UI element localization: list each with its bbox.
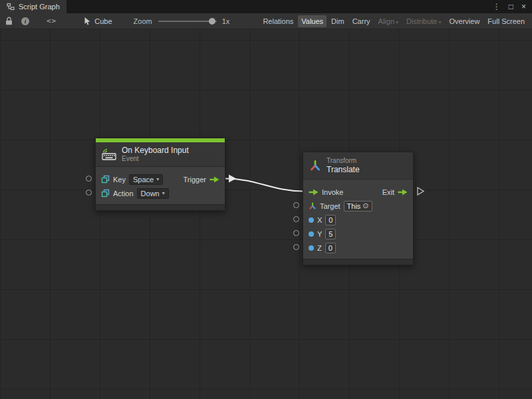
node-header: Transform Translate <box>303 152 413 180</box>
target-label: Target <box>320 202 340 210</box>
exit-unconnected-arrow-icon[interactable] <box>418 188 424 195</box>
lock-icon[interactable] <box>5 17 13 25</box>
zoom-slider-handle[interactable] <box>209 18 215 25</box>
node-header: On Keyboard Input Event <box>96 142 225 167</box>
connection-arrow-icon <box>229 175 236 183</box>
node-titles: Transform Translate <box>327 157 360 174</box>
y-value-field[interactable]: 5 <box>325 229 336 239</box>
graph-tab-icon <box>7 3 15 11</box>
zoom-slider[interactable] <box>158 13 217 29</box>
dim-button[interactable]: Dim <box>328 15 348 27</box>
wires-layer <box>0 29 532 399</box>
node-footer <box>96 204 225 210</box>
menu-icon[interactable]: ⋮ <box>493 3 501 11</box>
target-input-port[interactable] <box>293 202 299 208</box>
x-label: X <box>317 216 322 224</box>
node-footer <box>303 259 413 265</box>
action-label: Action <box>113 190 134 198</box>
caret-down-icon: ▾ <box>162 190 165 196</box>
action-input-port[interactable] <box>86 190 92 196</box>
toolbar: i <> Cube Zoom 1x Relations Values Dim C… <box>0 13 532 29</box>
exit-output-port[interactable] <box>398 189 408 196</box>
info-icon[interactable]: i <box>21 17 29 25</box>
float-port-icon <box>309 231 314 237</box>
keyboard-icon <box>102 148 116 160</box>
invoke-input-port[interactable] <box>309 189 319 196</box>
trigger-label: Trigger <box>184 176 206 184</box>
action-dropdown[interactable]: Down ▾ <box>137 188 169 199</box>
node-title: Translate <box>327 165 360 174</box>
x-row: X 0 <box>303 213 413 227</box>
value-type-icon <box>101 189 110 198</box>
invoke-label: Invoke <box>322 188 343 196</box>
tab-label: Script Graph <box>19 3 60 11</box>
x-value-field[interactable]: 0 <box>325 215 336 225</box>
titlebar: Script Graph ⋮ □ × <box>0 0 532 13</box>
titlebar-controls: ⋮ □ × <box>493 0 532 13</box>
connection-wire[interactable] <box>225 179 303 192</box>
relations-button[interactable]: Relations <box>259 15 297 27</box>
align-button[interactable]: Align▾ <box>375 15 402 27</box>
overview-button[interactable]: Overview <box>446 15 483 27</box>
zoom-label: Zoom <box>134 17 152 25</box>
z-row: Z 0 <box>303 241 413 255</box>
graph-target-button[interactable]: Cube <box>83 17 112 26</box>
node-category: Transform <box>327 157 360 165</box>
zoom-slider-track[interactable] <box>158 21 217 22</box>
z-label: Z <box>317 244 322 252</box>
tab-script-graph[interactable]: Script Graph <box>0 0 66 13</box>
key-label: Key <box>113 176 126 184</box>
exit-label: Exit <box>382 188 394 196</box>
graph-canvas[interactable]: On Keyboard Input Event Key Space ▾ Trig… <box>0 29 532 399</box>
float-port-icon <box>309 245 314 251</box>
target-row: Target This ⊙ <box>303 199 413 213</box>
caret-down-icon: ▾ <box>396 19 398 25</box>
node-body: Key Space ▾ Trigger <box>96 167 225 204</box>
node-subtitle: Event <box>122 155 189 163</box>
maximize-icon[interactable]: □ <box>509 3 513 11</box>
caret-down-icon: ▾ <box>439 19 442 25</box>
self-target-icon: ⊙ <box>362 201 368 210</box>
y-input-port[interactable] <box>293 230 299 236</box>
script-graph-window: Script Graph ⋮ □ × i <> Cube Zoom <box>0 0 532 399</box>
fullscreen-button[interactable]: Full Screen <box>484 15 528 27</box>
code-preview-icon[interactable]: <> <box>47 17 57 25</box>
close-icon[interactable]: × <box>521 3 526 11</box>
zoom-value: 1x <box>222 17 230 25</box>
float-port-icon <box>309 217 314 223</box>
node-titles: On Keyboard Input Event <box>122 146 189 163</box>
translate-gizmo-icon <box>309 160 321 172</box>
key-input-port[interactable] <box>86 176 92 182</box>
node-translate[interactable]: Transform Translate Invoke Exit <box>303 152 414 265</box>
z-input-port[interactable] <box>293 244 299 250</box>
action-row: Action Down ▾ <box>96 186 225 200</box>
transform-mini-icon <box>309 202 317 210</box>
z-value-field[interactable]: 0 <box>325 243 336 253</box>
node-body: Invoke Exit Target <box>303 180 413 259</box>
x-input-port[interactable] <box>293 216 299 222</box>
key-row: Key Space ▾ Trigger <box>96 172 225 186</box>
y-label: Y <box>317 230 322 238</box>
values-button[interactable]: Values <box>298 15 327 27</box>
target-value-field[interactable]: This ⊙ <box>344 201 372 211</box>
node-on-keyboard-input[interactable]: On Keyboard Input Event Key Space ▾ Trig… <box>95 138 225 211</box>
y-row: Y 5 <box>303 227 413 241</box>
invoke-row: Invoke Exit <box>303 185 413 199</box>
distribute-button[interactable]: Distribute▾ <box>403 15 444 27</box>
caret-down-icon: ▾ <box>156 176 159 182</box>
key-dropdown[interactable]: Space ▾ <box>129 174 163 185</box>
cursor-icon <box>83 17 91 26</box>
node-title: On Keyboard Input <box>122 146 189 155</box>
carry-button[interactable]: Carry <box>349 15 374 27</box>
trigger-output-port[interactable] <box>209 176 219 183</box>
graph-target-label: Cube <box>94 17 112 25</box>
value-type-icon <box>101 175 110 184</box>
